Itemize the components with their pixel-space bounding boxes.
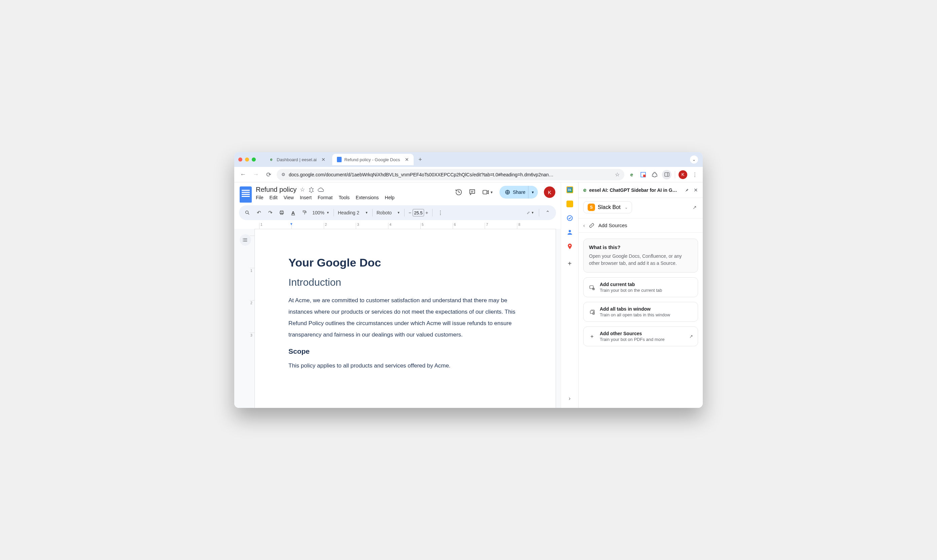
new-tab-button[interactable]: + [415,155,425,164]
share-button[interactable]: Share ▼ [500,186,538,198]
svg-rect-2 [665,173,669,176]
panel-header: e eesel AI: ChatGPT Sidebar for AI in G…… [579,182,703,198]
doc-heading-1[interactable]: Your Google Doc [288,256,522,269]
menu-extensions[interactable]: Extensions [356,195,378,200]
account-avatar[interactable]: K [544,186,555,198]
add-app-icon[interactable]: + [568,260,572,268]
menu-help[interactable]: Help [385,195,394,200]
close-window[interactable] [238,157,242,162]
style-selector[interactable]: Heading 2▼ [338,210,368,215]
document-page[interactable]: Your Google Doc Introduction At Acme, we… [254,229,556,408]
more-icon[interactable]: ⋮ [437,210,444,216]
tab-active[interactable]: Refund policy - Google Docs ✕ [332,154,413,165]
reload-button[interactable]: ⟳ [264,170,273,179]
doc-heading-3[interactable]: Scope [288,347,522,355]
document-title[interactable]: Refund policy [256,186,297,194]
font-size-input[interactable] [412,209,424,216]
vertical-ruler[interactable]: 1 2 3 [250,229,254,408]
svg-point-8 [246,211,248,214]
contacts-app-icon[interactable] [566,229,573,235]
maximize-window[interactable] [252,157,256,162]
maps-app-icon[interactable] [566,243,573,250]
docs-favicon [337,157,342,162]
tabs-add-icon [588,308,596,316]
search-icon[interactable] [244,210,251,215]
share-dropdown[interactable]: ▼ [528,186,534,198]
svg-point-19 [243,241,243,242]
profile-avatar[interactable]: K [679,170,687,179]
tab-inactive[interactable]: e Dashboard | eesel.ai ✕ [264,154,330,165]
minimize-window[interactable] [245,157,249,162]
eesel-extension-icon[interactable]: e [628,171,636,179]
eesel-favicon: e [269,157,274,162]
menu-tools[interactable]: Tools [338,195,350,200]
close-panel-icon[interactable]: ✕ [694,187,698,193]
doc-heading-2[interactable]: Introduction [288,277,522,288]
docs-logo[interactable] [240,186,252,203]
paint-format-icon[interactable] [301,210,308,215]
info-title: What is this? [589,244,692,250]
zoom-selector[interactable]: 100%▼ [312,210,329,215]
agent-selector[interactable]: S Slack Bot ⌄ [583,201,632,213]
font-selector[interactable]: Roboto▼ [377,210,400,215]
font-size-control: − + [409,209,428,216]
tasks-app-icon[interactable] [566,215,573,222]
horizontal-ruler[interactable]: 1 ▼ 2 3 4 5 6 7 8 [239,223,556,229]
decrease-font-icon[interactable]: − [409,210,411,215]
back-button[interactable]: ← [238,170,248,179]
history-icon[interactable] [455,188,462,196]
content-area: Refund policy ☆ File Edit View Inser [234,182,703,408]
tab-strip: e Dashboard | eesel.ai ✕ Refund policy -… [234,152,703,167]
keep-app-icon[interactable] [566,201,573,207]
cloud-icon[interactable] [318,186,325,193]
star-icon[interactable]: ☆ [300,186,305,193]
svg-rect-12 [281,213,283,214]
side-panel-icon[interactable] [662,170,671,179]
forward-button[interactable]: → [251,170,260,179]
menu-insert[interactable]: Insert [300,195,312,200]
menu-icon[interactable]: ⋮ [691,171,699,179]
close-tab-icon[interactable]: ✕ [405,157,409,162]
outline-toggle-icon[interactable] [240,234,251,246]
arrow-icon: ↗ [689,334,693,339]
tab-overflow-button[interactable]: ⌄ [690,155,698,163]
action-add-current-tab[interactable]: Add current tab Train your bot on the cu… [583,277,698,297]
tab-title: Dashboard | eesel.ai [277,157,317,162]
collapse-icon[interactable]: ⌃ [544,210,551,216]
svg-rect-1 [643,175,646,177]
pin-icon[interactable] [684,188,689,192]
redo-icon[interactable]: ↷ [266,210,274,216]
doc-paragraph[interactable]: This policy applies to all products and … [288,360,522,372]
move-icon[interactable] [308,187,314,193]
url-text: docs.google.com/document/d/1aebWrkqNiXhd… [289,172,554,177]
open-external-icon[interactable]: ↗ [692,205,697,210]
increase-font-icon[interactable]: + [425,210,428,215]
bookmark-icon[interactable]: ☆ [615,171,620,178]
expand-rail-icon[interactable]: › [565,394,574,403]
menu-format[interactable]: Format [318,195,332,200]
meet-icon[interactable]: ▼ [482,188,493,196]
spellcheck-icon[interactable]: A [289,210,297,216]
link-icon [589,223,594,228]
edit-mode-icon[interactable]: ▼ [527,210,534,215]
site-info-icon[interactable]: ⚙ [282,172,285,177]
chevron-down-icon: ⌄ [625,205,628,210]
action-add-other-sources[interactable]: + Add other Sources Train your bot on PD… [583,326,698,346]
menu-view[interactable]: View [284,195,294,200]
menu-edit[interactable]: Edit [269,195,278,200]
address-bar[interactable]: ⚙ docs.google.com/document/d/1aebWrkqNiX… [277,169,624,180]
back-icon[interactable]: ‹ [583,223,585,228]
browser-window: e Dashboard | eesel.ai ✕ Refund policy -… [234,152,703,408]
extensions-icon[interactable] [651,171,659,179]
svg-line-9 [248,213,249,214]
undo-icon[interactable]: ↶ [255,210,263,216]
close-tab-icon[interactable]: ✕ [322,157,325,162]
doc-paragraph[interactable]: At Acme, we are committed to customer sa… [288,295,522,341]
extension-icon[interactable] [639,171,647,179]
comments-icon[interactable] [469,188,476,196]
calendar-app-icon[interactable]: 31 [566,186,573,193]
document-canvas[interactable]: 1 2 3 Your Google Doc Introduction At Ac… [234,229,561,408]
print-icon[interactable] [278,210,285,215]
action-add-all-tabs[interactable]: Add all tabs in window Train on all open… [583,302,698,322]
menu-file[interactable]: File [256,195,263,200]
